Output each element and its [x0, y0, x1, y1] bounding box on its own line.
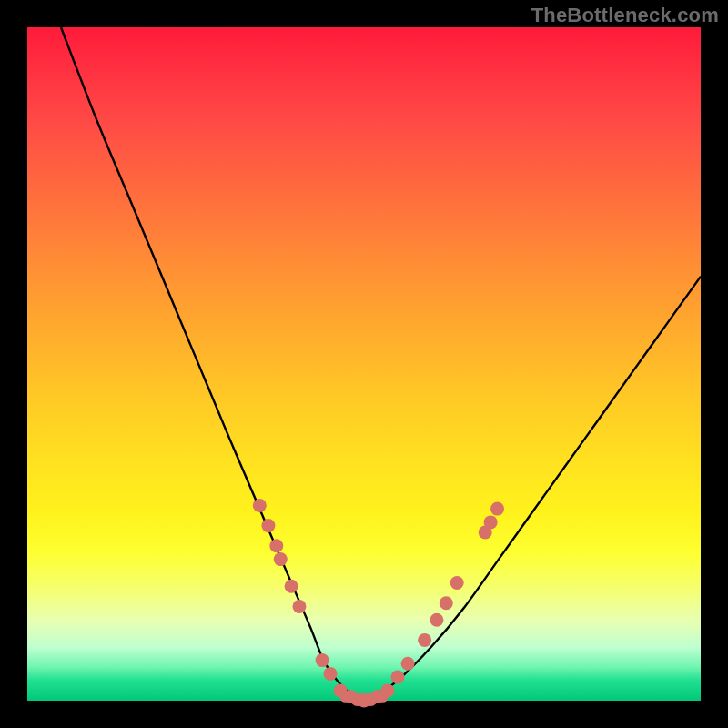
marker-dot [261, 519, 275, 532]
marker-dot [440, 596, 453, 610]
marker-dot [269, 539, 283, 552]
marker-dot [324, 667, 338, 681]
bottleneck-curve-path [61, 27, 701, 701]
watermark-text: TheBottleneck.com [531, 4, 719, 27]
chart-svg [27, 27, 701, 701]
marker-dot [292, 600, 306, 613]
plot-area [27, 27, 701, 701]
marker-dot [316, 653, 329, 667]
marker-dot [285, 580, 298, 593]
marker-dot [380, 683, 394, 697]
marker-dot [401, 657, 415, 671]
marker-dot [484, 515, 498, 529]
marker-dot [274, 552, 288, 566]
marker-dot [418, 633, 431, 647]
chart-stage: TheBottleneck.com [0, 0, 728, 728]
marker-dot [450, 576, 464, 590]
marker-dot [490, 502, 504, 516]
marker-dot [430, 613, 443, 627]
marker-dot [391, 671, 405, 684]
marker-dot [253, 499, 267, 512]
